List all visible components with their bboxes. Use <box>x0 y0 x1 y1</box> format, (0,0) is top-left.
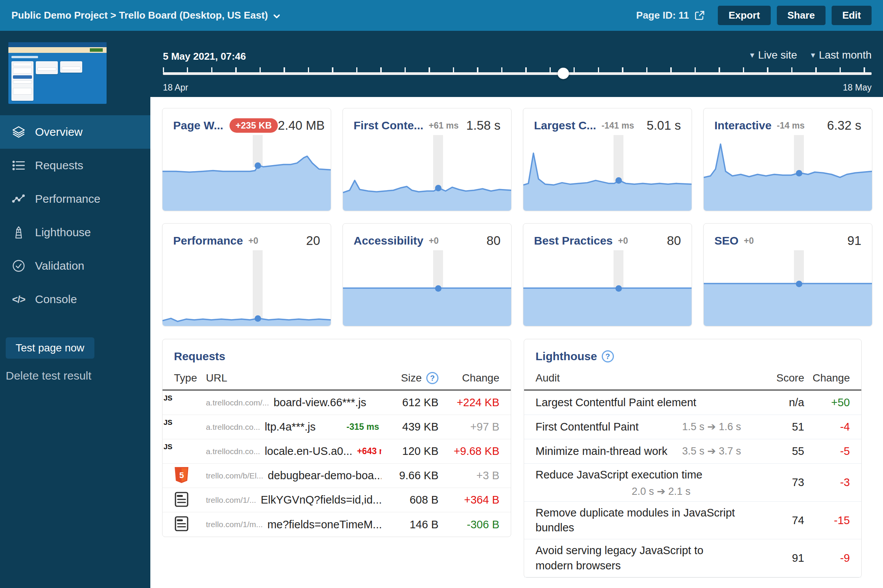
requests-title: Requests <box>163 339 511 366</box>
lighthouse-help-icon[interactable]: ? <box>602 350 614 362</box>
metric-card-first-contentful-paint[interactable]: First Conte... +61 ms 1.58 s <box>343 108 512 211</box>
slider-ticks <box>163 67 872 72</box>
sidebar-item-requests[interactable]: Requests <box>0 149 150 182</box>
chevron-down-icon <box>272 11 282 21</box>
test-page-now-button[interactable]: Test page now <box>6 337 94 359</box>
request-host: trello.com/1/m... <box>206 520 263 529</box>
metric-card-accessibility-score[interactable]: Accessibility +0 80 <box>343 223 512 326</box>
card-value: 20 <box>306 234 320 248</box>
request-row[interactable]: 5 trello.com/b/El... debugbear-demo-boa.… <box>163 464 511 488</box>
request-size: 120 KB <box>381 445 438 458</box>
html5-icon: 5 <box>174 467 189 483</box>
audit-name: Largest Contentful Paint element <box>536 395 696 410</box>
audit-change: -15 <box>804 514 850 527</box>
selected-run-dot[interactable] <box>255 315 261 322</box>
lighthouse-row[interactable]: Reduce JavaScript execution time 2.0 s ➔… <box>524 464 861 502</box>
card-title: Page W... <box>173 119 223 132</box>
layers-icon <box>11 125 26 139</box>
selected-run-dot[interactable] <box>435 185 442 191</box>
request-row[interactable]: trello.com/1/m... me?fields=oneTimeM... … <box>163 512 511 537</box>
card-title: Performance <box>173 234 243 247</box>
top-bar: Public Demo Project > Trello Board (Desk… <box>0 0 883 31</box>
selected-run-dot[interactable] <box>615 285 622 292</box>
audit-change: -5 <box>804 445 850 458</box>
metric-card-interactive[interactable]: Interactive -14 ms 6.32 s <box>703 108 872 211</box>
lighthouse-row[interactable]: Remove duplicate modules in JavaScript b… <box>524 502 861 539</box>
slider-handle[interactable] <box>558 68 569 79</box>
sidebar-item-overview[interactable]: Overview <box>0 115 150 149</box>
timeline-slider[interactable] <box>163 67 872 75</box>
external-link-icon[interactable] <box>693 10 706 22</box>
date-range-label: Last month <box>819 49 872 61</box>
audit-name: First Contentful Paint <box>536 420 639 434</box>
share-button[interactable]: Share <box>777 6 826 25</box>
live-site-label: Live site <box>758 49 797 61</box>
lighthouse-panel: Lighthouse ? Audit Score Change Largest … <box>524 339 862 578</box>
request-host: trello.com/1/... <box>206 496 256 505</box>
date-range-selector[interactable]: ▾ Last month <box>811 49 872 61</box>
thumbnail-notification-strip <box>8 47 107 53</box>
sparkline-chart <box>343 135 511 211</box>
request-row[interactable]: JS a.trellocdn.co... locale.en-US.a0... … <box>163 439 511 464</box>
sidebar-item-performance[interactable]: Performance <box>0 182 150 216</box>
page-id-label: Page ID: 11 <box>636 10 689 21</box>
selected-run-dot[interactable] <box>615 177 622 184</box>
lighthouse-row[interactable]: First Contentful Paint 1.5 s ➔ 1.6 s 51 … <box>524 415 861 439</box>
lighthouse-row[interactable]: Avoid serving legacy JavaScript to moder… <box>524 539 861 577</box>
card-value: 80 <box>486 234 500 248</box>
metric-card-best-practices-score[interactable]: Best Practices +0 80 <box>523 223 692 326</box>
metric-card-seo-score[interactable]: SEO +0 91 <box>703 223 872 326</box>
lighthouse-title: Lighthouse ? <box>524 339 861 366</box>
request-name: locale.en-US.a0... <box>265 445 352 458</box>
request-size: 439 KB <box>381 421 438 433</box>
sidebar-item-console[interactable]: </> Console <box>0 283 150 316</box>
metric-card-performance-score[interactable]: Performance +0 20 <box>162 223 331 326</box>
card-change: -14 ms <box>777 121 805 131</box>
list-icon <box>11 158 26 173</box>
slider-track[interactable] <box>163 72 872 75</box>
request-size: 9.66 KB <box>381 469 438 482</box>
selected-run-dot[interactable] <box>255 162 261 169</box>
breadcrumb[interactable]: Public Demo Project > Trello Board (Desk… <box>11 10 282 21</box>
export-button[interactable]: Export <box>718 6 770 25</box>
site-thumbnail[interactable] <box>8 42 107 104</box>
selected-run-dot[interactable] <box>796 170 802 176</box>
card-title: Largest C... <box>534 119 596 132</box>
metric-card-largest-contentful-paint[interactable]: Largest C... -141 ms 5.01 s <box>523 108 692 211</box>
size-help-icon[interactable]: ? <box>426 372 438 384</box>
card-value: 6.32 s <box>827 118 861 133</box>
request-name: me?fields=oneTimeM... <box>267 518 381 531</box>
card-value: 2.40 MB <box>278 118 325 133</box>
audit-timing: 2.0 s ➔ 2.1 s <box>632 485 691 497</box>
selected-run-dot[interactable] <box>796 281 802 287</box>
sidebar-item-lighthouse[interactable]: Lighthouse <box>0 216 150 249</box>
page-id: Page ID: 11 <box>636 10 706 22</box>
sidebar-item-validation[interactable]: Validation <box>0 249 150 283</box>
delete-test-result-link[interactable]: Delete test result <box>6 369 150 382</box>
request-row[interactable]: JS a.trellocdn.com/... board-view.66***.… <box>163 391 511 415</box>
card-value: 91 <box>847 234 861 248</box>
edit-button[interactable]: Edit <box>832 6 872 25</box>
request-row[interactable]: trello.com/1/... ElkYGVnQ?fields=id,id..… <box>163 488 511 512</box>
lighthouse-row[interactable]: Largest Contentful Paint element n/a +50 <box>524 391 861 415</box>
sparkline-chart <box>704 250 872 326</box>
column-header-audit: Audit <box>536 372 755 384</box>
requests-panel: Requests Type URL Size ? Change JS a. <box>162 339 511 537</box>
card-value: 5.01 s <box>647 118 681 133</box>
audit-change: -3 <box>804 476 850 489</box>
request-size: 612 KB <box>381 396 438 409</box>
audit-score: 51 <box>755 421 804 433</box>
sidebar: Overview Requests Performance Lighthouse <box>0 31 150 588</box>
metric-card-page-weight[interactable]: Page W... +235 KB 2.40 MB <box>162 108 331 211</box>
request-name: ElkYGVnQ?fields=id,id... <box>261 494 381 506</box>
request-row[interactable]: JS a.trellocdn.co... ltp.4a***.js -315 m… <box>163 415 511 439</box>
lighthouse-row[interactable]: Minimize main-thread work 3.5 s ➔ 3.7 s … <box>524 439 861 464</box>
live-site-selector[interactable]: ▾ Live site <box>750 49 797 61</box>
range-end-label: 18 May <box>843 83 872 93</box>
chevron-down-icon: ▾ <box>811 50 815 60</box>
selected-run-dot[interactable] <box>435 285 442 292</box>
audit-score: 73 <box>755 476 804 489</box>
card-value: 80 <box>667 234 681 248</box>
column-header-score: Score <box>755 372 804 384</box>
change-badge: +235 KB <box>230 118 278 133</box>
